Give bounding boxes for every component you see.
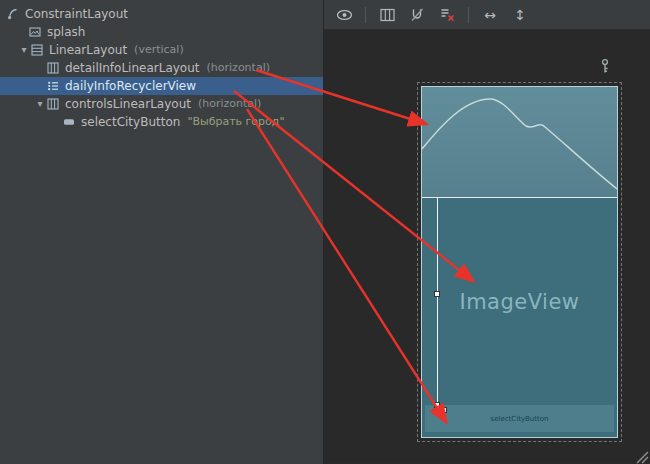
tree-item-linearlayout[interactable]: ▾ LinearLayout (vertical) <box>0 41 323 59</box>
toolbar-divider <box>365 7 366 23</box>
chevron-down-icon[interactable]: ▾ <box>18 41 30 59</box>
blueprint-icon <box>380 8 395 22</box>
chevron-down-icon[interactable]: ▾ <box>34 95 46 113</box>
tree-item-selectcitybutton[interactable]: selectCityButton "Выбрать город" <box>0 113 323 131</box>
default-margins-horizontal-button[interactable]: ↔ <box>481 6 499 24</box>
device-preview[interactable]: ImageView selectCityButton <box>421 86 618 438</box>
tree-item-label: controlsLinearLayout <box>65 95 191 113</box>
tree-item-label: dailyInfoRecyclerView <box>65 77 196 95</box>
clear-constraints-button[interactable] <box>438 6 456 24</box>
design-surface[interactable]: ImageView selectCityButton <box>324 30 650 463</box>
preview-imageview[interactable]: ImageView <box>422 198 617 405</box>
tree-item-controlslinearlayout[interactable]: ▾ controlsLinearLayout (horizontal) <box>0 95 323 113</box>
design-area: ↔ ↕ ImageView <box>323 0 650 464</box>
preview-detail-info-graph[interactable] <box>422 87 617 197</box>
image-icon <box>28 26 41 39</box>
magnet-off-icon <box>409 7 425 22</box>
tree-item-label: detailInfoLinearLayout <box>65 59 200 77</box>
selection-handle[interactable] <box>441 407 447 413</box>
android-studio-layout-editor: ConstraintLayout splash ▾ LinearLayout (… <box>0 0 650 464</box>
clear-constraints-icon <box>439 7 455 22</box>
imageview-label: ImageView <box>459 290 579 314</box>
key-icon[interactable] <box>598 58 612 74</box>
tree-item-splash[interactable]: splash <box>0 23 323 41</box>
tree-item-label: splash <box>47 23 85 41</box>
horizontal-arrows-icon: ↔ <box>484 6 496 24</box>
linear-layout-horizontal-icon <box>46 62 59 75</box>
autoconnect-button[interactable] <box>408 6 426 24</box>
tree-item-label: selectCityButton <box>81 113 180 131</box>
tree-item-dailyinforecyclerview[interactable]: dailyInfoRecyclerView <box>0 77 323 95</box>
tree-item-label: ConstraintLayout <box>25 5 128 23</box>
constraint-layout-icon <box>6 8 19 21</box>
blueprint-mode-button[interactable] <box>378 6 396 24</box>
toolbar-divider <box>468 7 469 23</box>
tree-item-constraintlayout[interactable]: ConstraintLayout <box>0 5 323 23</box>
selection-handle[interactable] <box>434 402 440 408</box>
linear-layout-vertical-icon <box>30 44 43 57</box>
tree-item-annotation: (horizontal) <box>207 59 270 77</box>
tree-item-text-value: "Выбрать город" <box>187 113 284 131</box>
preview-controls-bar[interactable]: selectCityButton <box>425 405 614 432</box>
default-margins-vertical-button[interactable]: ↕ <box>511 6 529 24</box>
linear-layout-horizontal-icon <box>46 98 59 111</box>
temperature-curve <box>422 87 617 197</box>
window-resize-grip[interactable] <box>635 449 649 463</box>
selection-handle[interactable] <box>434 291 440 297</box>
tree-item-label: LinearLayout <box>49 41 127 59</box>
view-options-button[interactable] <box>335 6 353 24</box>
tree-item-annotation: (horizontal) <box>198 95 261 113</box>
vertical-arrows-icon: ↕ <box>514 6 526 24</box>
recycler-view-icon <box>46 80 59 93</box>
tree-item-annotation: (vertical) <box>134 41 184 59</box>
select-city-button-label: selectCityButton <box>491 415 549 423</box>
button-icon <box>62 116 75 129</box>
component-tree-panel: ConstraintLayout splash ▾ LinearLayout (… <box>0 0 323 464</box>
design-toolbar: ↔ ↕ <box>324 0 650 30</box>
tree-item-detailinfolinearlayout[interactable]: detailInfoLinearLayout (horizontal) <box>0 59 323 77</box>
eye-icon <box>336 8 353 22</box>
